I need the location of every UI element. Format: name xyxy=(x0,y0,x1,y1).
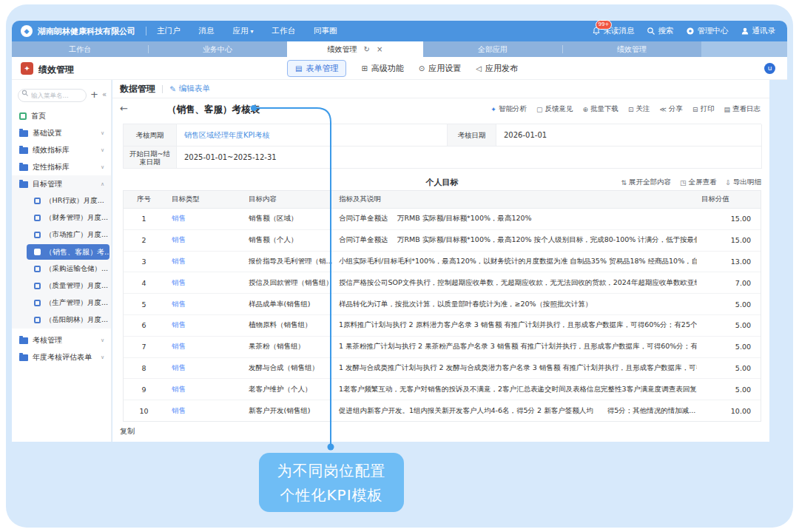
chevron-down-icon: ∨ xyxy=(101,147,104,153)
refresh-tab-icon[interactable]: ↻ xyxy=(364,45,370,53)
cell-desc: 小组实际毛利/目标毛利*100%，最高120%，以财务统计的月度数据为准 自制品… xyxy=(333,257,697,266)
print-button[interactable]: ⊟打印 xyxy=(692,104,715,114)
cell-content: 果茶粉（销售组） xyxy=(243,342,333,351)
table-row[interactable]: 10 销售 新客户开发(销售组) 促进组内新客户开发。1组内报关新开发客户人均4… xyxy=(124,400,761,422)
fullscreen-icon: ◳ xyxy=(680,179,687,186)
sidebar-item-basic-settings[interactable]: 基础设置∨ xyxy=(12,124,111,141)
feedback-button[interactable]: ▢反馈意见 xyxy=(536,104,573,114)
sidebar-item-home[interactable]: 首页 xyxy=(12,107,111,124)
form-doc-icon xyxy=(34,283,41,289)
sidebar-item-kpi-library[interactable]: 绩效指标库∨ xyxy=(12,141,111,158)
folder-icon xyxy=(19,130,28,137)
cell-no: 6 xyxy=(124,321,164,329)
tab-workbench[interactable]: 工作台 xyxy=(12,41,148,57)
table-body: 1 销售 销售额（区域） 合同订单金额达 万RMB 实际额/目标额*100%，最… xyxy=(124,209,761,422)
contacts-button[interactable]: 通讯录 xyxy=(741,26,776,36)
top-menu: 主门户 消息 应用▾ 工作台 同事圈 xyxy=(157,26,337,36)
folder-icon xyxy=(19,147,28,154)
admin-center-button[interactable]: 管理中心 xyxy=(686,26,729,36)
cell-desc: 1老客户频繁互动，无客户对销售的投诉及不满意，2客户汇总表递交时间及表格信息完整… xyxy=(333,385,697,394)
cell-no: 10 xyxy=(124,407,164,415)
app-logo-icon: ✦ xyxy=(21,62,33,75)
account-icon[interactable]: u xyxy=(764,63,775,74)
sidebar-item-hr-monthly[interactable]: （HR行政）月度... xyxy=(12,192,111,209)
sidebar-search-box xyxy=(18,87,87,102)
table-row[interactable]: 8 销售 发酵与合成（销售组） 1 发酵与合成类推广计划与执行 2 发酵与合成类… xyxy=(124,358,761,380)
tab-app-publish[interactable]: ◁应用发布 xyxy=(476,63,518,74)
form-doc-icon xyxy=(34,215,41,221)
cell-no: 5 xyxy=(124,300,164,309)
sidebar-item-sales-service-selected[interactable]: （销售、客服）考... xyxy=(27,244,109,260)
table-row[interactable]: 1 销售 销售额（区域） 合同订单金额达 万RMB 实际额/目标额*100%，最… xyxy=(124,209,761,230)
cell-type: 销售 xyxy=(164,342,243,351)
expand-all-button[interactable]: ⇅展开全部内容 xyxy=(621,178,671,187)
menu-item-apps[interactable]: 应用▾ xyxy=(233,26,254,36)
sidebar-item-assessment-management[interactable]: 考核管理∨ xyxy=(12,331,111,349)
table-row[interactable]: 7 销售 果茶粉（销售组） 1 果茶粉推广计划与执行 2 果茶粉产品客户名录 3… xyxy=(124,337,761,358)
tab-all-apps[interactable]: 全部应用 xyxy=(423,41,562,57)
period-value[interactable]: 销售区域经理年度KPI考核 xyxy=(177,124,448,147)
sidebar-item-quality-monthly[interactable]: （质量管理）月度... xyxy=(12,277,111,294)
workspace-tab-strip: 工作台 业务中心 绩效管理 ↻ × 全部应用 绩效管理 xyxy=(12,41,787,57)
sidebar-item-production-monthly[interactable]: （生产管理）月度... xyxy=(12,294,111,312)
data-management-strip: 数据管理 ✎编辑表单 xyxy=(112,80,769,98)
sidebar-item-yueyang-monthly[interactable]: （岳阳朗林）月度... xyxy=(12,312,111,329)
back-button[interactable]: ← xyxy=(120,103,128,114)
search-button[interactable]: 搜索 xyxy=(647,26,674,36)
share-button[interactable]: ≪分享 xyxy=(660,104,683,114)
form-icon: ▤ xyxy=(295,64,302,73)
cell-desc: 1 发酵与合成类推广计划与执行 2 发酵与合成类潜力客户名录 3 销售额 有推广… xyxy=(333,363,697,373)
batch-download-button[interactable]: ⊕批量下载 xyxy=(582,104,618,114)
cell-content: 新客户开发(销售组) xyxy=(243,406,333,416)
gear-icon: ⊙ xyxy=(419,64,425,73)
table-row[interactable]: 9 销售 老客户维护（个人） 1老客户频繁互动，无客户对销售的投诉及不满意，2客… xyxy=(124,379,761,400)
assessment-form-fields: 考核周期 销售区域经理年度KPI考核 考核日期 2026-01-01 开始日期~… xyxy=(123,124,761,169)
chevron-down-icon: ▾ xyxy=(251,28,254,35)
tab-app-settings[interactable]: ⊙应用设置 xyxy=(419,63,461,74)
sidebar-item-annual-assessment-forms[interactable]: 年度考核评估表单∨ xyxy=(12,349,111,366)
sidebar: + « 首页 基础设置∨ 绩效指标库∨ 定性指标库∨ 目标管理∧ （HR行政）月… xyxy=(12,80,112,442)
add-menu-icon[interactable]: + xyxy=(90,90,98,99)
menu-item-messages[interactable]: 消息 xyxy=(199,26,215,36)
sidebar-item-finance-monthly[interactable]: （财务管理）月度... xyxy=(12,209,111,226)
form-doc-icon xyxy=(34,266,41,272)
sidebar-item-goal-management[interactable]: 目标管理∧ xyxy=(12,175,111,192)
tab-performance-active[interactable]: 绩效管理 ↻ × xyxy=(287,41,423,57)
cell-score: 10.00 xyxy=(697,407,761,415)
callout-line1: 为不同岗位配置 xyxy=(259,459,404,483)
fullscreen-button[interactable]: ◳全屏查看 xyxy=(680,178,717,187)
search-icon xyxy=(647,27,655,36)
tab-advanced-features[interactable]: ⊞高级功能 xyxy=(361,63,403,74)
table-row[interactable]: 3 销售 报价指导及毛利管理（销... 小组实际毛利/目标毛利*100%，最高1… xyxy=(124,252,761,273)
sidebar-item-qualitative-library[interactable]: 定性指标库∨ xyxy=(12,158,111,175)
export-detail-button[interactable]: ⇩导出明细 xyxy=(725,178,761,187)
sidebar-item-marketing-monthly[interactable]: （市场推广）月度... xyxy=(12,226,111,243)
view-log-button[interactable]: ▤查看日志 xyxy=(724,104,761,114)
cell-desc: 合同订单金额达 万RMB 实际额/目标额*100%，最高120% 按个人级别目标… xyxy=(333,235,697,245)
table-row[interactable]: 2 销售 销售额（个人） 合同订单金额达 万RMB 实际额/目标额*100%，最… xyxy=(124,230,761,252)
form-doc-icon xyxy=(34,317,41,323)
menu-item-workbench[interactable]: 工作台 xyxy=(272,26,296,36)
table-row[interactable]: 6 销售 植物原料（销售组） 1原料推广计划与执行 2 原料潜力客户名录 3 销… xyxy=(124,315,761,337)
close-tab-icon[interactable]: × xyxy=(377,45,382,53)
form-title-row: ← （销售、客服）考核表 ✦智能分析 ▢反馈意见 ⊕批量下载 ⊡关注 ≪分享 ⊟… xyxy=(112,98,769,121)
follow-button[interactable]: ⊡关注 xyxy=(628,104,650,114)
smart-analysis-button[interactable]: ✦智能分析 xyxy=(490,104,527,114)
table-row[interactable]: 4 销售 授信及回款管理（销售组） 授信严格按公司SOP文件执行，控制超期应收单… xyxy=(124,272,761,294)
tab-strip-filler xyxy=(701,41,787,57)
main-content: 数据管理 ✎编辑表单 ← （销售、客服）考核表 ✦智能分析 ▢反馈意见 ⊕批量下… xyxy=(112,80,769,442)
menu-item-portal[interactable]: 主门户 xyxy=(157,26,181,36)
cell-content: 授信及回款管理（销售组） xyxy=(243,278,333,288)
unread-messages-button[interactable]: 99+ 未读消息 xyxy=(592,26,635,36)
table-row[interactable]: 5 销售 样品成单率(销售组) 样品转化为订单，按批次计算，以质量部叶春统计为准… xyxy=(124,294,761,315)
sidebar-item-procurement[interactable]: （采购运输仓储）... xyxy=(12,260,111,277)
form-title: （销售、客服）考核表 xyxy=(167,104,260,116)
tab-form-management[interactable]: ▤表单管理 xyxy=(287,60,346,77)
edit-form-button[interactable]: ✎编辑表单 xyxy=(169,84,210,94)
tab-performance-2[interactable]: 绩效管理 xyxy=(562,41,701,57)
menu-item-colleagues[interactable]: 同事圈 xyxy=(314,26,337,36)
tab-business-center[interactable]: 业务中心 xyxy=(148,41,287,57)
collapse-sidebar-icon[interactable]: « xyxy=(102,90,107,98)
copy-button[interactable]: 复制 xyxy=(120,426,135,437)
chevron-down-icon: ∨ xyxy=(101,130,104,136)
